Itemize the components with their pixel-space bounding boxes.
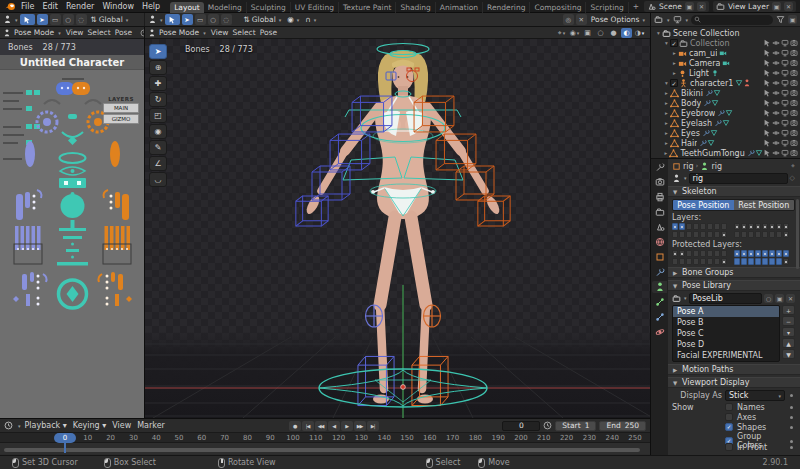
hide-viewport-toggle[interactable]: [772, 139, 780, 147]
tool-scale[interactable]: ◰: [149, 108, 167, 123]
overlays-dropdown[interactable]: ◉▾: [569, 28, 580, 38]
blender-logo-icon[interactable]: [4, 2, 17, 11]
properties-tab-object[interactable]: [652, 251, 667, 263]
hide-viewport-toggle[interactable]: [772, 49, 780, 57]
name-field[interactable]: rig: [689, 173, 788, 184]
properties-tab-bone[interactable]: [652, 311, 667, 323]
checkbox-in-front[interactable]: [725, 443, 733, 451]
pin-icon[interactable]: ⌖: [791, 162, 795, 170]
layer-cell[interactable]: [700, 258, 706, 265]
jump-end-button[interactable]: ▶|: [367, 421, 379, 431]
layer-cell[interactable]: [769, 258, 775, 265]
outliner-search-input[interactable]: [691, 15, 773, 25]
layer-cell[interactable]: [762, 223, 768, 230]
expand-icon[interactable]: ▸: [671, 60, 678, 66]
menu-help[interactable]: Help: [138, 2, 164, 11]
filter-icon[interactable]: [776, 15, 785, 24]
hide-viewport-toggle[interactable]: [772, 129, 780, 137]
checkbox-shapes[interactable]: ✓: [725, 423, 733, 431]
outliner-row[interactable]: ▸Eyes: [651, 128, 800, 138]
select-mode-lasso[interactable]: ◌: [221, 14, 232, 25]
layer-cell[interactable]: [748, 250, 754, 257]
layer-cell[interactable]: [672, 223, 678, 230]
layer-cell[interactable]: [721, 250, 727, 257]
disable-viewport-toggle[interactable]: [781, 109, 789, 117]
picker-brow-left[interactable]: [44, 100, 60, 104]
show-gizmo-dropdown[interactable]: ⌖▾: [556, 28, 567, 38]
outliner-row[interactable]: ▾✓Collection: [651, 38, 800, 48]
disable-render-toggle[interactable]: [790, 89, 798, 97]
checkbox-names[interactable]: [725, 403, 733, 411]
picker-hips-control[interactable]: [59, 178, 86, 188]
outliner-row[interactable]: ▸TeethGumTongue: [651, 148, 800, 158]
layer-cell[interactable]: [707, 250, 713, 257]
select-mode-circle[interactable]: ○: [208, 14, 219, 25]
disable-viewport-toggle[interactable]: [781, 79, 789, 87]
viewport-menu-view[interactable]: View: [209, 28, 231, 37]
use-preview-range-icon[interactable]: [543, 421, 552, 430]
layer-cell[interactable]: [679, 250, 685, 257]
xray-toggle[interactable]: ▣: [582, 28, 593, 38]
picker-cog-control[interactable]: [59, 280, 87, 308]
layer-cell[interactable]: [755, 258, 761, 265]
picker-leg-right-cluster[interactable]: [98, 272, 132, 306]
editor-type-clock-icon[interactable]: [4, 421, 13, 430]
disable-viewport-toggle[interactable]: [781, 39, 789, 47]
layer-cell[interactable]: [776, 258, 782, 265]
expand-icon[interactable]: ▸: [662, 150, 669, 156]
selectable-toggle[interactable]: [763, 129, 771, 137]
select-mode-tweak[interactable]: ➤: [182, 14, 193, 25]
properties-tab-person[interactable]: [652, 281, 667, 293]
disable-viewport-toggle[interactable]: [781, 149, 789, 157]
expand-icon[interactable]: ▸: [663, 130, 670, 136]
expand-icon[interactable]: ▸: [663, 100, 670, 106]
hide-viewport-toggle[interactable]: [772, 99, 780, 107]
hide-viewport-toggle[interactable]: [772, 69, 780, 77]
select-mode-tweak[interactable]: ➤: [37, 14, 48, 25]
select-tool-button[interactable]: [165, 14, 180, 25]
hide-viewport-toggle[interactable]: [772, 119, 780, 127]
disable-render-toggle[interactable]: [790, 69, 798, 77]
layer-cell[interactable]: [741, 258, 747, 265]
select-mode-box[interactable]: ▭: [50, 14, 61, 25]
workspace-tab-texture-paint[interactable]: Texture Paint: [339, 2, 396, 13]
outliner-row[interactable]: ▸Eyelash: [651, 118, 800, 128]
expand-icon[interactable]: ▸: [663, 110, 670, 116]
layer-cell[interactable]: [721, 231, 727, 238]
timeline-ruler[interactable]: 0102030405060708090100110120130140150160…: [0, 432, 650, 443]
pose-item[interactable]: Pose B: [673, 317, 779, 328]
outliner-row[interactable]: ▸Body: [651, 98, 800, 108]
outliner-row[interactable]: ▸cam_ui: [651, 48, 800, 58]
menu-edit[interactable]: Edit: [38, 2, 62, 11]
orientation-dropdown[interactable]: ⇅ Global▾: [242, 15, 284, 24]
expand-icon[interactable]: ▾: [655, 30, 662, 36]
picker-fingers-left[interactable]: [14, 226, 42, 264]
layer-cell[interactable]: [707, 258, 713, 265]
layer-cell[interactable]: [714, 223, 720, 230]
poselib-unlink-button[interactable]: ✕: [786, 294, 795, 303]
layers-grid-right[interactable]: [734, 223, 789, 238]
layer-cell[interactable]: [714, 250, 720, 257]
properties-tab-bone[interactable]: [652, 296, 667, 308]
layer-cell[interactable]: [686, 250, 692, 257]
playhead-line[interactable]: [64, 442, 66, 453]
layer-cell[interactable]: [721, 223, 727, 230]
timeline-menu-keying[interactable]: Keying ▾: [73, 421, 106, 430]
properties-tab-collection[interactable]: [652, 206, 667, 218]
selectable-toggle[interactable]: [763, 119, 771, 127]
layer-cell[interactable]: [783, 231, 789, 238]
pose-position-button[interactable]: Pose Position: [673, 200, 734, 210]
selectable-toggle[interactable]: [763, 109, 771, 117]
properties-tab-printer[interactable]: [652, 191, 667, 203]
layer-cell[interactable]: [762, 231, 768, 238]
disable-render-toggle[interactable]: [790, 129, 798, 137]
expand-icon[interactable]: ▸: [663, 120, 670, 126]
selectable-toggle[interactable]: [763, 139, 771, 147]
picker-shoulder-left[interactable]: [25, 141, 35, 167]
layer-main-button[interactable]: MAIN: [103, 103, 139, 113]
picker-menu-select[interactable]: Select: [86, 28, 113, 37]
workspace-tab-sculpting[interactable]: Sculpting: [247, 2, 291, 13]
bone-picker[interactable]: LAYERS MAIN GIZMO: [0, 70, 144, 418]
layer-cell[interactable]: [755, 250, 761, 257]
layer-cell[interactable]: [700, 250, 706, 257]
